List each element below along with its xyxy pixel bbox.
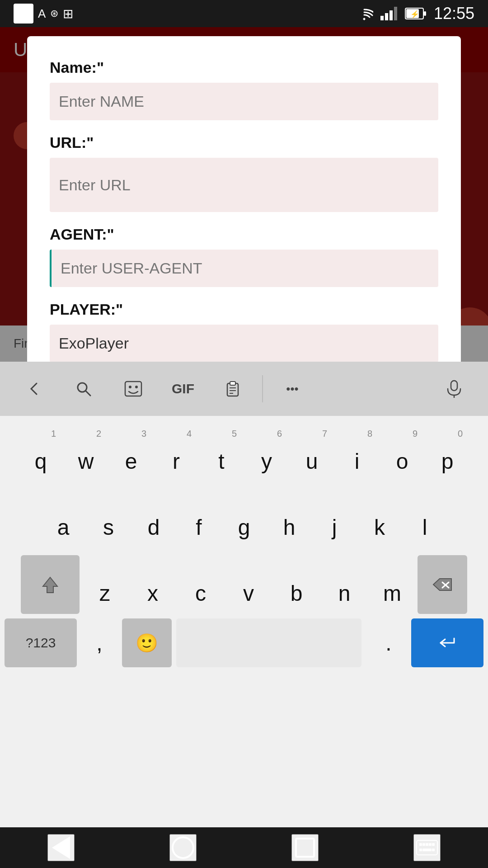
svg-line-9: [86, 391, 90, 396]
key-n[interactable]: n: [322, 555, 367, 614]
keyboard-clipboard-button[interactable]: [208, 371, 258, 407]
key-d[interactable]: d: [131, 489, 176, 548]
key-k[interactable]: k: [357, 489, 402, 548]
url-field-group: URL:": [50, 134, 438, 226]
url-input[interactable]: [50, 158, 438, 212]
navigation-bar: [0, 827, 488, 868]
key-l[interactable]: l: [402, 489, 447, 548]
svg-rect-14: [230, 382, 235, 385]
backspace-key[interactable]: [418, 555, 467, 614]
svg-rect-2: [389, 10, 393, 20]
keyboard-more-button[interactable]: •••: [267, 371, 317, 407]
key-a[interactable]: a: [41, 489, 86, 548]
key-c[interactable]: c: [178, 555, 223, 614]
keyboard-row-4: ?123 , 🙂 .: [0, 618, 488, 667]
key-v[interactable]: v: [226, 555, 271, 614]
key-s[interactable]: s: [86, 489, 131, 548]
emoji-key[interactable]: 🙂: [122, 618, 172, 667]
svg-point-11: [129, 386, 131, 388]
status-icon-2: A: [38, 7, 46, 21]
key-f[interactable]: f: [176, 489, 221, 548]
key-o[interactable]: 9o: [380, 423, 425, 482]
svg-rect-22: [417, 840, 437, 855]
key-u[interactable]: 7u: [289, 423, 334, 482]
svg-rect-0: [380, 16, 384, 20]
keyboard-sticker-button[interactable]: [108, 371, 158, 407]
status-icon-3: ⊛: [50, 8, 58, 19]
key-p[interactable]: 0p: [425, 423, 470, 482]
toolbar-separator: [262, 375, 263, 402]
key-q[interactable]: 1q: [18, 423, 63, 482]
status-time: 12:55: [434, 4, 474, 23]
enter-key[interactable]: [411, 618, 483, 667]
wifi-icon: [355, 7, 373, 20]
key-t[interactable]: 5t: [199, 423, 244, 482]
key-y[interactable]: 6y: [244, 423, 289, 482]
keyboard-row-1: 1q 2w 3e 4r 5t 6y 7u 8i 9o 0p: [0, 423, 488, 482]
gif-label: GIF: [172, 381, 194, 396]
svg-rect-31: [422, 849, 432, 851]
name-field-group: Name:": [50, 59, 438, 134]
status-bar-right: ⚡ 12:55: [355, 4, 474, 23]
status-bar-left: A ⊛ ⊞: [14, 4, 73, 24]
agent-field-group: AGENT:": [50, 226, 438, 301]
nav-back-button[interactable]: [47, 834, 75, 861]
svg-text:⚡: ⚡: [410, 10, 419, 19]
svg-rect-1: [385, 13, 388, 20]
keyboard-toolbar: GIF •••: [0, 362, 488, 416]
key-r[interactable]: 4r: [154, 423, 199, 482]
svg-rect-6: [424, 11, 426, 16]
svg-point-12: [135, 386, 138, 388]
key-h[interactable]: h: [267, 489, 312, 548]
shift-key[interactable]: [21, 555, 80, 614]
svg-rect-3: [394, 7, 397, 20]
name-label: Name:": [50, 59, 438, 76]
key-z[interactable]: z: [82, 555, 127, 614]
keyboard-mic-button[interactable]: [429, 371, 479, 407]
agent-input[interactable]: [50, 250, 438, 287]
nav-home-button[interactable]: [169, 834, 197, 861]
key-g[interactable]: g: [221, 489, 267, 548]
url-label: URL:": [50, 134, 438, 151]
svg-rect-30: [429, 843, 432, 846]
key-x[interactable]: x: [130, 555, 175, 614]
comma-key[interactable]: ,: [77, 618, 122, 667]
period-key[interactable]: .: [366, 618, 411, 667]
name-input[interactable]: [50, 83, 438, 120]
keyboard-row-2: a s d f g h j k l: [0, 489, 488, 548]
key-b[interactable]: b: [274, 555, 319, 614]
keyboard: GIF ••• 1q 2w 3e 4r 5t 6y 7u 8i 9o 0p a …: [0, 362, 488, 868]
key-i[interactable]: 8i: [334, 423, 380, 482]
status-icon-4: ⊞: [63, 6, 73, 21]
key-w[interactable]: 2w: [63, 423, 108, 482]
svg-rect-18: [451, 381, 457, 391]
status-bar: A ⊛ ⊞ ⚡ 12:55: [0, 0, 488, 27]
app-icon-1: [14, 4, 33, 24]
keyboard-back-button[interactable]: [9, 371, 59, 407]
key-m[interactable]: m: [370, 555, 415, 614]
nav-keyboard-button[interactable]: [413, 834, 441, 861]
svg-rect-28: [432, 849, 435, 851]
player-input[interactable]: [50, 325, 438, 362]
svg-rect-29: [422, 843, 425, 846]
svg-rect-24: [426, 843, 428, 846]
signal-icon: [380, 7, 398, 20]
key-j[interactable]: j: [312, 489, 357, 548]
svg-rect-25: [432, 843, 435, 846]
agent-label: AGENT:": [50, 226, 438, 243]
nav-recents-button[interactable]: [291, 834, 319, 861]
spacebar-key[interactable]: [176, 618, 361, 667]
svg-rect-23: [419, 843, 422, 846]
key-e[interactable]: 3e: [108, 423, 154, 482]
numbers-key[interactable]: ?123: [5, 618, 77, 667]
keyboard-gif-button[interactable]: GIF: [158, 371, 208, 407]
svg-rect-26: [419, 849, 422, 851]
keyboard-row-3: z x c v b n m: [0, 555, 488, 614]
player-label: PLAYER:": [50, 301, 438, 318]
keyboard-search-button[interactable]: [59, 371, 108, 407]
battery-icon: ⚡: [405, 8, 427, 19]
